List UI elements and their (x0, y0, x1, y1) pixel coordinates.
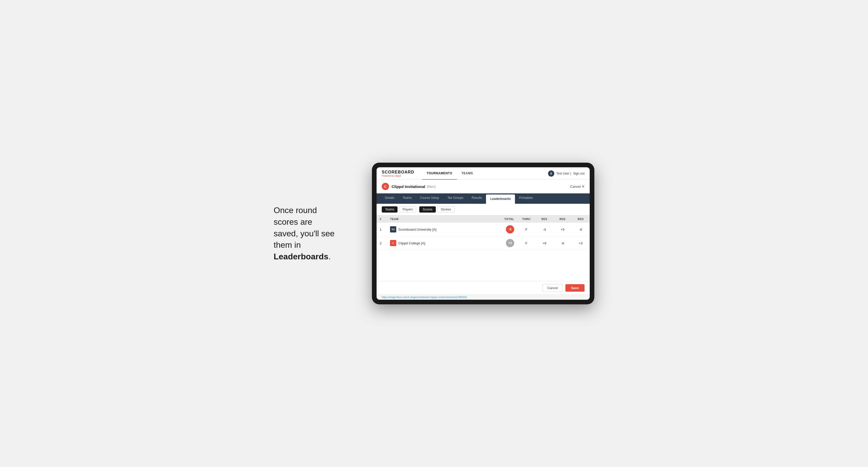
tournament-icon: C (382, 183, 389, 190)
logo-area: SCOREBOARD Powered by clippd (382, 170, 414, 177)
filter-scores-button[interactable]: Scores (419, 206, 436, 213)
tab-bar: Details Teams Course Setup Tee Groups Re… (377, 193, 590, 204)
nav-teams[interactable]: TEAMS (457, 167, 478, 180)
footer-bar: Cancel Save (377, 281, 590, 294)
row2-rank: 2 (377, 236, 387, 250)
row2-rd3: +3 (571, 236, 590, 250)
row1-score-badge: -5 (506, 225, 514, 234)
tab-printables[interactable]: Printables (515, 193, 537, 204)
table-row: 2 C Clippd College [A] +3 F +8 -8 (377, 236, 590, 250)
row2-thru: F (517, 236, 535, 250)
logo-sub: Powered by clippd (382, 175, 414, 177)
col-thru: THRU (517, 215, 535, 223)
row1-team-name: Scoreboard University [A] (398, 227, 436, 231)
tab-tee-groups[interactable]: Tee Groups (443, 193, 467, 204)
col-team: TEAM (387, 215, 497, 223)
row1-rd3: -6 (571, 223, 590, 236)
tournament-title: Clippd Invitational (392, 184, 425, 189)
filter-teams-button[interactable]: Teams (382, 206, 398, 213)
row2-rd2: -8 (554, 236, 571, 250)
tournament-subtitle: (Men) (427, 185, 436, 188)
tab-teams[interactable]: Teams (399, 193, 416, 204)
tab-leaderboards[interactable]: Leaderboards (486, 194, 515, 204)
row1-rank: 1 (377, 223, 387, 236)
logo-title: SCOREBOARD (382, 170, 414, 175)
intro-period: . (329, 252, 331, 261)
leaderboard-table: # TEAM TOTAL THRU RD1 RD2 RD3 1 (377, 215, 590, 250)
tablet: SCOREBOARD Powered by clippd TOURNAMENTS… (372, 163, 594, 304)
table-header: # TEAM TOTAL THRU RD1 RD2 RD3 (377, 215, 590, 223)
col-rd1: RD1 (535, 215, 554, 223)
nav-links: TOURNAMENTS TEAMS (422, 167, 548, 180)
row1-rd2: +5 (554, 223, 571, 236)
user-avatar: S (548, 170, 554, 177)
user-name: Test User | (556, 172, 571, 175)
url-bar: https://stage-blue-coach.stagescoreboard… (377, 294, 590, 300)
filter-bar: Teams Players Scores Strokes (377, 204, 590, 215)
nav-right: S Test User | Sign out (548, 170, 585, 177)
empty-area (377, 250, 590, 281)
nav-tournaments[interactable]: TOURNAMENTS (422, 167, 457, 180)
table-body: 1 SU Scoreboard University [A] -5 F -4 (377, 223, 590, 250)
row1-total: -5 (497, 223, 517, 236)
row2-rd1: +8 (535, 236, 554, 250)
filter-strokes-button[interactable]: Strokes (437, 206, 455, 213)
row1-thru: F (517, 223, 535, 236)
tab-details[interactable]: Details (381, 193, 399, 204)
tab-course-setup[interactable]: Course Setup (416, 193, 443, 204)
cancel-button[interactable]: Cancel (542, 284, 562, 292)
intro-line5-bold: Leaderboards (274, 252, 329, 261)
row2-total: +3 (497, 236, 517, 250)
col-rank: # (377, 215, 387, 223)
top-nav: SCOREBOARD Powered by clippd TOURNAMENTS… (377, 167, 590, 180)
row1-team-logo: SU (390, 226, 396, 232)
row2-team-logo: C (390, 240, 396, 246)
tab-results[interactable]: Results (467, 193, 486, 204)
col-rd2: RD2 (554, 215, 571, 223)
row1-team: SU Scoreboard University [A] (387, 223, 497, 236)
intro-line2: scores are (274, 217, 312, 226)
tablet-screen: SCOREBOARD Powered by clippd TOURNAMENTS… (377, 167, 590, 300)
row1-rd1: -4 (535, 223, 554, 236)
row2-team: C Clippd College [A] (387, 236, 497, 250)
intro-line3: saved, you'll see (274, 229, 335, 238)
save-button[interactable]: Save (565, 284, 585, 292)
sign-out-link[interactable]: Sign out (573, 172, 585, 175)
col-total: TOTAL (497, 215, 517, 223)
col-rd3: RD3 (571, 215, 590, 223)
cancel-header-button[interactable]: Cancel ✕ (570, 185, 585, 188)
row2-score-badge: +3 (506, 239, 514, 247)
row2-team-name: Clippd College [A] (398, 241, 425, 245)
table-row: 1 SU Scoreboard University [A] -5 F -4 (377, 223, 590, 236)
tournament-header: C Clippd Invitational (Men) Cancel ✕ (377, 180, 590, 193)
filter-players-button[interactable]: Players (399, 206, 416, 213)
intro-line4: them in (274, 240, 301, 250)
intro-text: Once round scores are saved, you'll see … (274, 205, 356, 262)
intro-line1: Once round (274, 206, 317, 215)
